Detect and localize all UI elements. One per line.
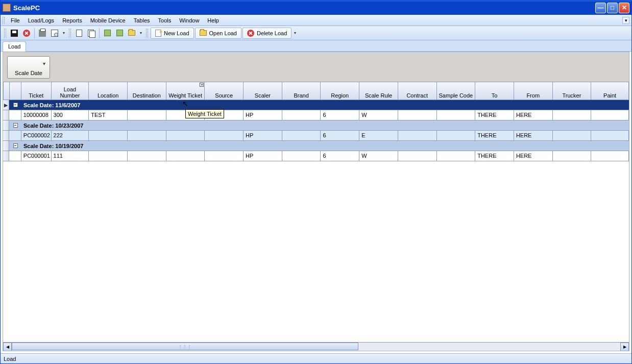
collapse-icon[interactable]: − <box>13 103 18 107</box>
col-header-destination[interactable]: Destination <box>128 82 166 100</box>
cell-to[interactable]: THERE <box>475 151 514 161</box>
table-row[interactable]: PC000002 222 HP 6 E THERE HERE <box>3 131 629 141</box>
cell-source[interactable] <box>205 151 244 161</box>
menu-reports[interactable]: Reports <box>58 16 86 25</box>
col-header-scaler[interactable]: Scaler <box>244 82 282 100</box>
col-header-ticket[interactable]: Ticket <box>21 82 52 100</box>
maximize-button[interactable]: □ <box>607 3 618 13</box>
col-header-samplecode[interactable]: Sample Code <box>437 82 476 100</box>
col-header-trucker[interactable]: Trucker <box>553 82 592 100</box>
col-header-source[interactable]: Source <box>205 82 244 100</box>
cell-region[interactable]: 6 <box>321 131 359 140</box>
cell-loadnum[interactable]: 300 <box>52 110 89 120</box>
tab-load[interactable]: Load <box>3 41 26 52</box>
cell-trucker[interactable] <box>553 151 592 161</box>
cell-paint[interactable] <box>591 151 629 161</box>
cell-from[interactable]: HERE <box>514 151 553 161</box>
cell-to[interactable]: THERE <box>475 110 514 120</box>
cell-trucker[interactable] <box>553 110 592 120</box>
horizontal-scrollbar[interactable]: ◀ ⋮⋮⋮ ▶ <box>3 342 629 351</box>
groupby-scale-date[interactable]: ▾ Scale Date <box>7 56 50 79</box>
collapse-icon[interactable]: − <box>13 143 18 148</box>
menu-window[interactable]: Window <box>175 16 203 25</box>
cell-dest[interactable] <box>128 151 166 161</box>
col-header-from[interactable]: From <box>514 82 553 100</box>
cell-sample[interactable] <box>437 151 476 161</box>
toolbar-overflow-2[interactable]: ▾ <box>138 28 143 39</box>
cancel-button[interactable] <box>21 28 32 39</box>
delete-load-button[interactable]: Delete Load <box>242 28 291 39</box>
cell-from[interactable]: HERE <box>514 110 553 120</box>
group-row[interactable]: − Scale Date: 10/23/2007 <box>3 120 629 131</box>
cell-contract[interactable] <box>398 151 437 161</box>
cell-brand[interactable] <box>282 110 321 120</box>
toolbar-grip-1[interactable] <box>4 29 6 38</box>
cell-dest[interactable] <box>128 131 166 140</box>
pin-icon[interactable]: ▾ <box>200 83 204 87</box>
print-preview-button[interactable] <box>49 28 60 39</box>
cell-location[interactable]: TEST <box>89 110 128 120</box>
export-button-1[interactable] <box>102 28 113 39</box>
cell-scalerule[interactable]: E <box>359 131 398 140</box>
cell-paint[interactable] <box>591 131 629 140</box>
cell-contract[interactable] <box>398 131 437 140</box>
col-header-contract[interactable]: Contract <box>398 82 437 100</box>
table-row[interactable]: PC000001 111 HP 6 W THERE HERE <box>3 151 629 161</box>
close-button[interactable]: ✕ <box>619 3 629 13</box>
cell-region[interactable]: 6 <box>321 151 359 161</box>
toolbar-overflow-1[interactable]: ▾ <box>61 28 66 39</box>
cell-to[interactable]: THERE <box>475 131 514 140</box>
open-load-button[interactable]: Open Load <box>195 28 241 39</box>
col-header-scalerule[interactable]: Scale Rule <box>359 82 398 100</box>
export-button-2[interactable] <box>114 28 125 39</box>
cell-brand[interactable] <box>282 131 321 140</box>
toolbar-grip-2[interactable] <box>69 29 71 38</box>
cell-loadnum[interactable]: 111 <box>52 151 89 161</box>
cell-ticket[interactable]: PC000001 <box>21 151 52 161</box>
cell-sample[interactable] <box>437 110 476 120</box>
menu-help[interactable]: Help <box>203 16 223 25</box>
minimize-button[interactable]: — <box>595 3 606 13</box>
toolbar-overflow-3[interactable]: ▾ <box>293 28 298 39</box>
cell-scalerule[interactable]: W <box>359 110 398 120</box>
table-row[interactable]: 10000008 300 TEST HP 6 W THERE HERE <box>3 110 629 120</box>
cell-dest[interactable] <box>128 110 166 120</box>
col-header-loadnumber[interactable]: Load Number <box>52 82 89 100</box>
cell-brand[interactable] <box>282 151 321 161</box>
cell-ticket[interactable]: 10000008 <box>21 110 52 120</box>
toolbar-grip-3[interactable] <box>146 29 148 38</box>
print-button[interactable] <box>37 28 48 39</box>
cell-location[interactable] <box>89 151 128 161</box>
col-header-paint[interactable]: Paint <box>591 82 629 100</box>
col-header-weightticket[interactable]: Weight Ticket ▾ <box>166 82 205 100</box>
menu-overflow[interactable]: ▾ <box>622 17 629 24</box>
cell-scalerule[interactable]: W <box>359 151 398 161</box>
group-row[interactable]: − Scale Date: 10/19/2007 <box>3 141 629 151</box>
scroll-track[interactable]: ⋮⋮⋮ <box>12 343 620 351</box>
doc-button-1[interactable] <box>74 28 85 39</box>
menu-tables[interactable]: Tables <box>130 16 154 25</box>
cell-from[interactable]: HERE <box>514 131 553 140</box>
scroll-thumb[interactable]: ⋮⋮⋮ <box>12 343 358 350</box>
menu-tools[interactable]: Tools <box>154 16 176 25</box>
cell-scaler[interactable]: HP <box>244 151 282 161</box>
cell-weight[interactable] <box>166 151 205 161</box>
col-header-to[interactable]: To <box>475 82 514 100</box>
col-header-brand[interactable]: Brand <box>282 82 321 100</box>
cell-location[interactable] <box>89 131 128 140</box>
cell-sample[interactable] <box>437 131 476 140</box>
cell-paint[interactable] <box>591 110 629 120</box>
menu-file[interactable]: File <box>7 16 24 25</box>
cell-weight[interactable] <box>166 131 205 140</box>
cell-scaler[interactable]: HP <box>244 110 282 120</box>
menubar-grip[interactable] <box>3 17 5 24</box>
col-header-location[interactable]: Location <box>89 82 128 100</box>
scroll-left-button[interactable]: ◀ <box>3 343 12 351</box>
open-folder-button[interactable] <box>126 28 137 39</box>
cell-trucker[interactable] <box>553 131 592 140</box>
doc-button-2[interactable] <box>86 28 97 39</box>
collapse-icon[interactable]: − <box>13 123 18 128</box>
col-header-region[interactable]: Region <box>321 82 359 100</box>
cell-loadnum[interactable]: 222 <box>52 131 89 140</box>
cell-source[interactable] <box>205 131 244 140</box>
